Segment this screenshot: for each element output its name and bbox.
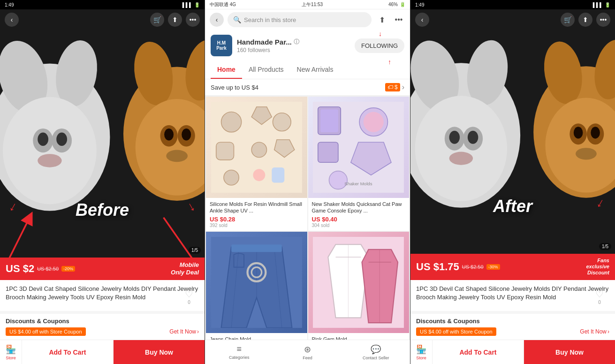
battery-middle: 46%	[388, 2, 398, 7]
share-button-right[interactable]: ⬆	[578, 13, 592, 27]
share-button-middle[interactable]: ⬆	[375, 13, 388, 26]
deal-label-left: MobileOnly Deal	[171, 261, 199, 276]
wishlist-count-right: 0	[598, 300, 601, 305]
price-bar-right: US $1.75 US $2.50 -30% FansexclusiveDisc…	[410, 254, 615, 280]
more-button-right[interactable]: •••	[596, 13, 610, 27]
grid-item-img-4	[308, 232, 410, 333]
back-button-left[interactable]: ‹	[5, 13, 19, 27]
gems-svg	[313, 237, 404, 328]
battery-left: 🔋	[194, 2, 200, 8]
product-info-left: 1PC 3D Devil Cat Shaped Silicone Jewelry…	[0, 280, 205, 311]
dog-background-right	[410, 30, 615, 254]
price-main-right: US $1.75	[416, 261, 459, 273]
battery-right: 🔋	[605, 2, 610, 8]
top-nav-middle: ‹ 🔍 Search in this store ⬆ •••	[205, 9, 410, 30]
before-label: Before	[76, 200, 129, 220]
grid-item-sold-1: 392 sold	[210, 223, 304, 228]
svg-point-29	[253, 169, 265, 181]
nav-categories[interactable]: ≡ Categories	[205, 340, 273, 364]
search-icon-middle: 🔍	[233, 16, 241, 23]
nav-feed[interactable]: ⊛ Feed	[273, 340, 342, 364]
status-icons-middle: 46% 🔋	[388, 2, 405, 7]
product-info-right: 1PC 3D Devil Cat Shaped Silicone Jewelry…	[410, 280, 615, 311]
buy-now-button-left[interactable]: Buy Now	[114, 340, 205, 364]
get-it-now-left[interactable]: Get It Now ›	[169, 328, 199, 335]
page-counter-right: 1/5	[599, 243, 611, 250]
svg-point-22	[221, 112, 241, 132]
right-panel: 1:49 ▌▌▌ 🔋 ‹ 🛒 ⬆ •••	[410, 0, 615, 364]
cart-button-right[interactable]: 🛒	[561, 13, 575, 27]
shaker-svg: Shaker Molds	[313, 102, 404, 193]
tab-new-arrivals[interactable]: New Arrivals	[290, 61, 340, 79]
price-orig-right: US $2.50	[462, 264, 484, 270]
dog-svg-left	[0, 30, 205, 258]
svg-point-28	[224, 170, 239, 185]
promo-banner: Save up to US $4 🏷 $ ›	[205, 79, 410, 96]
grid-item-3[interactable]: Jeans Chain Mold	[206, 232, 307, 340]
grid-item-img-3	[206, 232, 307, 333]
svg-text:Shaker Molds: Shaker Molds	[345, 181, 372, 186]
product-grid: Silicone Molds For Resin Windmill Small …	[205, 96, 410, 340]
status-bar-left: 1:49 ▌▌▌ 🔋	[0, 0, 205, 9]
get-it-now-right[interactable]: Get It Now ›	[580, 328, 609, 335]
heart-icon-left: ♡	[185, 288, 193, 300]
grid-item-info-4: Pink Gem Mold	[308, 333, 410, 340]
discount-badge-right: -30%	[486, 264, 500, 270]
page-counter-left: 1/5	[189, 247, 201, 254]
buy-now-button-right[interactable]: Buy Now	[524, 340, 615, 364]
product-image-right: After 1/5 ↑	[410, 30, 615, 254]
svg-point-7	[38, 132, 48, 146]
signal-right: ▌▌▌	[593, 2, 603, 8]
wishlist-count-left: 0	[188, 300, 190, 305]
store-followers: 160 followers	[237, 47, 350, 53]
more-button-middle[interactable]: •••	[392, 13, 405, 26]
store-tabs: Home All Products New Arrivals	[205, 61, 410, 79]
grid-item-sold-2: 304 sold	[312, 223, 406, 228]
grid-item-4[interactable]: Pink Gem Mold	[308, 232, 410, 340]
search-bar-middle[interactable]: 🔍 Search in this store	[228, 12, 372, 27]
svg-point-36	[329, 171, 348, 189]
status-bar-middle: 中国联通 4G 上午11:53 46% 🔋	[205, 0, 410, 9]
battery-icon-middle: 🔋	[400, 2, 405, 7]
store-header: H.M Park Handmade Par... ⓘ 160 followers…	[205, 30, 410, 61]
cart-button-left[interactable]: 🛒	[150, 13, 164, 27]
svg-point-70	[574, 127, 583, 138]
info-icon: ⓘ	[294, 38, 299, 46]
svg-rect-44	[231, 244, 282, 252]
bottom-nav-middle: ≡ Categories ⊛ Feed 💬 Contact Seller	[205, 340, 410, 364]
back-button-middle[interactable]: ‹	[210, 13, 224, 27]
share-button-left[interactable]: ⬆	[168, 13, 182, 27]
store-button-left[interactable]: 🏪 Store	[0, 340, 22, 364]
grid-item-2[interactable]: Shaker Molds New Shaker Molds Quicksand …	[308, 97, 410, 231]
wishlist-button-right[interactable]: ♡ 0	[595, 288, 604, 305]
svg-rect-34	[318, 142, 338, 162]
svg-point-37	[364, 112, 384, 132]
svg-rect-26	[251, 142, 266, 157]
following-button[interactable]: FOLLOWING	[355, 38, 404, 53]
nav-contact-seller[interactable]: 💬 Contact Seller	[342, 340, 410, 364]
carrier-middle: 中国联通 4G	[210, 1, 236, 8]
price-right-section: US $1.75 US $2.50 -30%	[416, 261, 500, 273]
product-image-left: Before 1/5 ↑ ↑	[0, 30, 205, 258]
back-button-right[interactable]: ‹	[415, 13, 429, 27]
svg-point-16	[164, 129, 174, 141]
grid-item-name-3: Jeans Chain Mold	[210, 336, 304, 340]
wishlist-button-left[interactable]: ♡ 0	[185, 288, 193, 305]
store-button-right[interactable]: 🏪 Store	[410, 340, 433, 364]
discounts-section-right: Discounts & Coupons US $4.00 off with St…	[410, 311, 615, 340]
dog-svg-right	[410, 30, 615, 254]
tab-all-products[interactable]: All Products	[242, 61, 290, 79]
grid-item-1[interactable]: Silicone Molds For Resin Windmill Small …	[206, 97, 307, 231]
discounts-title-left: Discounts & Coupons	[6, 318, 199, 325]
heart-icon-right: ♡	[595, 288, 604, 300]
add-to-cart-button-left[interactable]: Add To Cart	[22, 340, 114, 364]
chevron-right-icon-right: ›	[607, 328, 609, 335]
svg-point-62	[468, 131, 478, 144]
add-to-cart-button-right[interactable]: Add To Cart	[433, 340, 524, 364]
molds-svg	[211, 102, 302, 193]
more-button-left[interactable]: •••	[186, 13, 200, 27]
grid-item-name-4: Pink Gem Mold	[312, 336, 406, 340]
discount-badge-left: -20%	[61, 266, 75, 272]
tab-home[interactable]: Home	[211, 61, 242, 79]
annotation-arrow-1: ↓	[379, 30, 382, 38]
